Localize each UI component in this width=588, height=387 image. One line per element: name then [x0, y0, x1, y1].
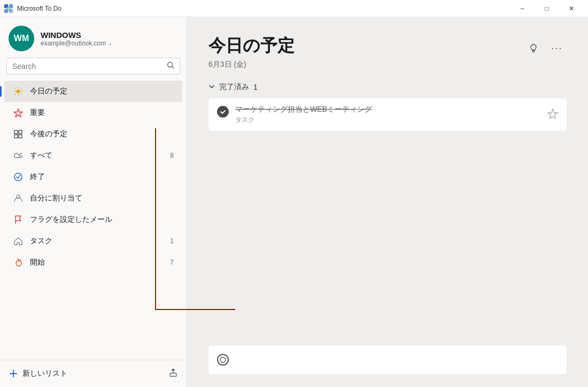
svg-rect-24 — [170, 373, 176, 376]
profile-name: WINDOWS — [41, 30, 112, 40]
svg-line-13 — [20, 94, 21, 94]
sidebar-item-finished-label: 終了 — [30, 172, 174, 182]
svg-line-12 — [15, 88, 16, 89]
completed-label: 完了済み — [219, 82, 249, 92]
close-button[interactable]: ✕ — [559, 0, 584, 17]
fire-icon — [13, 257, 24, 268]
add-task-circle[interactable] — [217, 354, 229, 366]
person-icon — [13, 193, 24, 204]
app-logo-icon — [4, 4, 13, 13]
nav-list: 今日の予定 重要 — [0, 79, 187, 360]
sidebar-item-assigned-label: 自分に割り当て — [30, 194, 174, 203]
task-info: マーケティング担当とWEBミーティング タスク — [235, 105, 541, 125]
svg-rect-18 — [14, 135, 18, 138]
sidebar-item-planned-label: 今後の予定 — [30, 129, 174, 139]
sidebar-item-all-badge: 8 — [170, 152, 174, 159]
add-task-input[interactable] — [235, 355, 558, 364]
sidebar-item-finished[interactable]: 終了 — [4, 166, 182, 188]
chevron-down-icon — [208, 83, 215, 91]
svg-point-7 — [17, 90, 20, 94]
sidebar-item-all[interactable]: すべて 8 — [4, 145, 182, 166]
svg-line-6 — [172, 67, 174, 69]
sidebar-item-start-label: 開始 — [30, 258, 164, 267]
add-task-area[interactable] — [208, 345, 567, 374]
sidebar-item-important-label: 重要 — [30, 108, 174, 118]
infinity-icon — [13, 150, 24, 161]
flag-icon — [13, 214, 24, 225]
task-item[interactable]: マーケティング担当とWEBミーティング タスク — [208, 98, 567, 131]
content-actions: ··· — [524, 38, 567, 58]
sidebar-item-flagged[interactable]: フラグを設定したメール — [4, 209, 182, 230]
section-content: 完了済み 1 マーケティング担当とWEBミーティング タスク — [187, 78, 588, 335]
svg-line-14 — [20, 88, 21, 89]
add-circle-icon — [220, 357, 226, 363]
svg-rect-19 — [19, 135, 22, 138]
home-icon — [13, 236, 24, 246]
content-header: 今日の予定 6月3日 (金) ··· — [187, 17, 588, 78]
minimize-button[interactable]: – — [510, 0, 535, 17]
task-subtitle: タスク — [235, 115, 541, 125]
sidebar-item-today[interactable]: 今日の予定 — [4, 81, 182, 102]
app-container: WM WINDOWS example@outlook.com ⌄ — [0, 17, 588, 387]
export-button[interactable] — [168, 368, 178, 380]
star-outline-icon — [547, 108, 558, 119]
sidebar-item-assigned[interactable]: 自分に割り当て — [4, 188, 182, 209]
sidebar-item-tasks-badge: 1 — [170, 237, 174, 245]
profile-area: WM WINDOWS example@outlook.com ⌄ — [0, 17, 187, 58]
sidebar-footer: 新しいリスト — [0, 360, 187, 387]
svg-point-25 — [220, 357, 226, 362]
lightbulb-button[interactable] — [524, 38, 543, 58]
search-icon — [167, 61, 174, 71]
svg-rect-16 — [14, 130, 18, 134]
grid-icon — [13, 129, 24, 140]
title-bar: Microsoft To Do – □ ✕ — [0, 0, 588, 17]
page-title: 今日の予定 — [208, 34, 295, 58]
sidebar-item-all-label: すべて — [30, 151, 164, 160]
profile-info: WINDOWS example@outlook.com ⌄ — [41, 30, 112, 47]
new-list-label: 新しいリスト — [22, 369, 67, 378]
task-title: マーケティング担当とWEBミーティング — [235, 105, 541, 114]
content-title-area: 今日の予定 6月3日 (金) — [208, 34, 295, 69]
more-options-button[interactable]: ··· — [547, 38, 567, 58]
sidebar-item-start[interactable]: 開始 7 — [4, 252, 182, 273]
plus-icon — [9, 369, 18, 378]
sidebar-item-tasks[interactable]: タスク 1 — [4, 230, 182, 252]
search-bar[interactable] — [6, 58, 180, 74]
sidebar-item-tasks-label: タスク — [30, 236, 164, 246]
check-circle-icon — [13, 172, 24, 182]
completed-count: 1 — [253, 83, 258, 91]
sidebar-item-planned[interactable]: 今後の予定 — [4, 123, 182, 145]
star-icon — [13, 107, 24, 118]
task-check-icon — [217, 106, 229, 118]
avatar: WM — [9, 26, 34, 51]
sidebar-item-start-badge: 7 — [170, 259, 174, 266]
sun-icon — [13, 86, 24, 97]
completed-toggle[interactable]: 完了済み 1 — [208, 78, 567, 96]
new-list-button[interactable]: 新しいリスト — [9, 365, 67, 383]
window-controls: – □ ✕ — [510, 0, 584, 17]
app-title: Microsoft To Do — [17, 5, 61, 12]
sidebar-item-flagged-label: フラグを設定したメール — [30, 215, 174, 225]
page-date: 6月3日 (金) — [208, 60, 295, 69]
maximize-button[interactable]: □ — [535, 0, 559, 17]
profile-email: example@outlook.com ⌄ — [41, 40, 112, 47]
profile-chevron-icon: ⌄ — [108, 40, 112, 46]
main-content: 今日の予定 6月3日 (金) ··· — [187, 17, 588, 387]
sidebar-item-important[interactable]: 重要 — [4, 102, 182, 123]
svg-line-15 — [15, 94, 16, 94]
checkmark-icon — [220, 109, 226, 115]
lightbulb-icon — [528, 43, 539, 53]
svg-point-20 — [14, 173, 22, 181]
svg-rect-17 — [19, 130, 22, 134]
search-input[interactable] — [12, 62, 163, 71]
sidebar-item-today-label: 今日の予定 — [30, 87, 174, 96]
sidebar: WM WINDOWS example@outlook.com ⌄ — [0, 17, 187, 387]
export-icon — [168, 368, 178, 377]
task-star-button[interactable] — [547, 108, 558, 121]
title-bar-left: Microsoft To Do — [4, 4, 61, 13]
